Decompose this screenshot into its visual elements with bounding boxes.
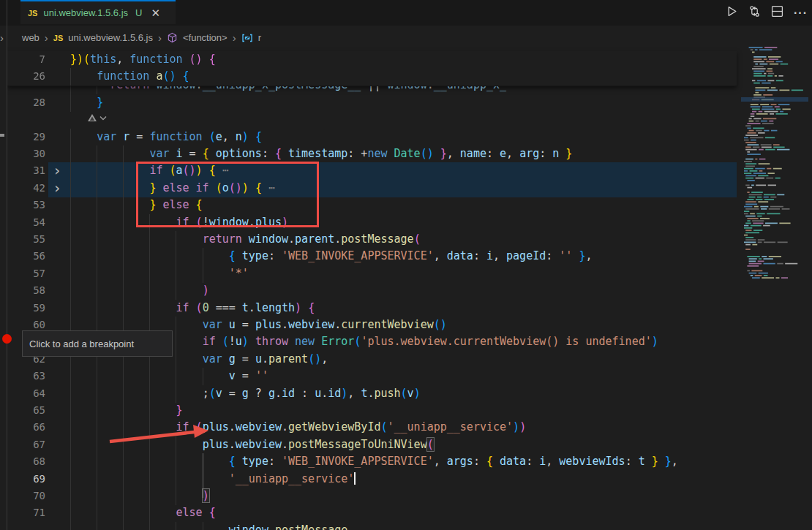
code-line-30[interactable]: 30 var i = { options: { timestamp: +new … [7, 145, 737, 163]
code-text: var r = function (e, n) { [70, 129, 262, 145]
code-text: var i = { options: { timestamp: +new Dat… [70, 145, 572, 162]
code-line-65[interactable]: 65 } [7, 402, 737, 420]
code-line-71[interactable]: 71 else { [7, 504, 737, 522]
line-number[interactable]: 66 [7, 419, 45, 436]
line-number[interactable]: 69 [7, 471, 45, 488]
breadcrumb-item-function[interactable]: <function> [183, 32, 228, 43]
line-number[interactable]: 59 [7, 300, 45, 317]
code-text: '__uniapp__service' [70, 471, 356, 488]
code-line-7[interactable]: 7})(this, function () { [7, 51, 737, 69]
code-text: else { [70, 504, 216, 521]
code-line-54[interactable]: 54 if (!window.plus) [7, 214, 737, 232]
code-text: v = '' [70, 368, 268, 385]
code-line-28[interactable]: 28 } [7, 94, 737, 112]
line-number[interactable]: 30 [7, 145, 45, 162]
fold-chevron-icon[interactable]: › [53, 180, 61, 196]
code-line-26[interactable]: 26 function a() { [7, 68, 737, 86]
line-number[interactable]: 42 [7, 180, 45, 197]
code-text: })(this, function () { [70, 51, 216, 68]
line-number[interactable]: 29 [7, 129, 45, 145]
code-line[interactable]: window.postMessage [7, 522, 737, 530]
sticky-scroll: 7})(this, function () {26 function a() { [7, 51, 737, 86]
breadcrumb-item-file[interactable]: uni.webview.1.5.6.js [68, 32, 153, 43]
adjacent-tabbar-edge [0, 0, 7, 26]
code-line-53[interactable]: 53 } else { [7, 197, 737, 214]
code-line-29[interactable]: 29 var r = function (e, n) { [7, 129, 737, 146]
text-cursor [354, 472, 356, 485]
more-actions-icon[interactable]: ··· [794, 7, 808, 20]
code-text: { type: 'WEB_INVOKE_APPSERVICE', args: {… [70, 453, 678, 470]
line-number[interactable]: 71 [7, 504, 45, 521]
line-number[interactable]: 64 [7, 385, 45, 402]
code-line-63[interactable]: 63 v = '' [7, 368, 737, 385]
code-text: ) [70, 282, 209, 299]
code-line-68[interactable]: 68 { type: 'WEB_INVOKE_APPSERVICE', args… [7, 453, 737, 471]
code-text: if (0 === t.length) { [70, 300, 315, 317]
tab-title: uni.webview.1.5.6.js [43, 7, 128, 18]
line-number[interactable]: 31 [7, 162, 45, 179]
line-number[interactable]: 26 [7, 68, 45, 85]
line-number[interactable]: 55 [7, 231, 45, 248]
line-number[interactable]: 7 [7, 51, 45, 68]
chevron-right-icon: › [233, 31, 236, 44]
code-line-59[interactable]: 59 if (0 === t.length) { [7, 300, 737, 317]
minimap-highlight [741, 97, 808, 102]
breadcrumb-item-web[interactable]: web [22, 32, 40, 43]
line-number[interactable]: 28 [7, 94, 45, 111]
tab-uni-webview[interactable]: JS uni.webview.1.5.6.js U ✕ [20, 0, 176, 24]
js-file-icon: JS [28, 9, 37, 18]
code-text: } [70, 402, 183, 419]
line-number[interactable]: 63 [7, 368, 45, 385]
annotation-box [136, 162, 319, 227]
code-line-31[interactable]: 31› if (a()) { ⋯ [7, 162, 737, 180]
line-number[interactable]: 58 [7, 282, 45, 299]
breadcrumb-item-symbol-r[interactable]: r [258, 32, 261, 43]
untracked-badge: U [135, 7, 142, 18]
bracket-scope-guide [203, 453, 203, 498]
minimap-canvas [741, 44, 808, 285]
line-number[interactable]: 57 [7, 265, 45, 282]
vscode-window: { "colors":{"accent":"#0078d4","untracke… [0, 0, 812, 530]
code-line-69[interactable]: 69 '__uniapp__service' [7, 471, 737, 488]
line-number[interactable]: 54 [7, 214, 45, 231]
open-changes-icon[interactable] [748, 5, 761, 20]
breakpoint-dot[interactable] [2, 334, 12, 344]
tooltip-text: Click to add a breakpoint [29, 338, 134, 349]
code-line-64[interactable]: 64 ;(v = g ? g.id : u.id), t.push(v) [7, 385, 737, 403]
editor-actions: ··· [726, 0, 808, 26]
symbol-variable-icon [241, 32, 253, 44]
code-line-57[interactable]: 57 '*' [7, 265, 737, 283]
code-line-42[interactable]: 42› } else if (o()) { ⋯ [7, 180, 737, 197]
line-number[interactable]: 56 [7, 248, 45, 265]
copilot-gutter-icon[interactable] [86, 113, 98, 124]
breakpoint-tooltip: Click to add a breakpoint [22, 330, 173, 357]
code-text: } [70, 94, 103, 111]
split-editor-icon[interactable] [771, 5, 783, 20]
close-icon[interactable]: ✕ [151, 7, 160, 20]
tab-bar: JS uni.webview.1.5.6.js U ✕ ··· [7, 0, 812, 26]
code-text: ;(v = g ? g.id : u.id), t.push(v) [70, 385, 421, 402]
code-line-70[interactable]: 70 ) [7, 488, 737, 505]
code-text: '*' [70, 265, 249, 282]
adjacent-pane-edge: › [0, 0, 7, 530]
run-icon[interactable] [726, 5, 738, 20]
chevron-down-icon[interactable] [99, 116, 107, 121]
line-number[interactable]: 70 [7, 488, 45, 504]
code-text: { type: 'WEB_INVOKE_APPSERVICE', data: i… [70, 248, 592, 265]
line-number[interactable]: 68 [7, 453, 45, 470]
code-text: ) [70, 488, 209, 504]
chevron-right-icon: › [0, 31, 4, 44]
line-number[interactable]: 53 [7, 197, 45, 213]
code-line-55[interactable]: 55 return window.parent.postMessage( [7, 231, 737, 249]
minimap[interactable] [741, 44, 808, 530]
line-number[interactable]: 67 [7, 436, 45, 453]
annotation-arrow-icon [102, 423, 214, 447]
line-number[interactable]: 65 [7, 402, 45, 419]
chevron-right-icon: › [45, 31, 48, 44]
code-line-56[interactable]: 56 { type: 'WEB_INVOKE_APPSERVICE', data… [7, 248, 737, 265]
code-editor[interactable]: return window.__uniapp_x_postMessage__ |… [7, 50, 812, 530]
fold-chevron-icon[interactable]: › [53, 162, 61, 178]
code-text: function a() { [70, 68, 189, 85]
code-line-58[interactable]: 58 ) [7, 282, 737, 300]
adjacent-pane-mark [0, 134, 4, 137]
